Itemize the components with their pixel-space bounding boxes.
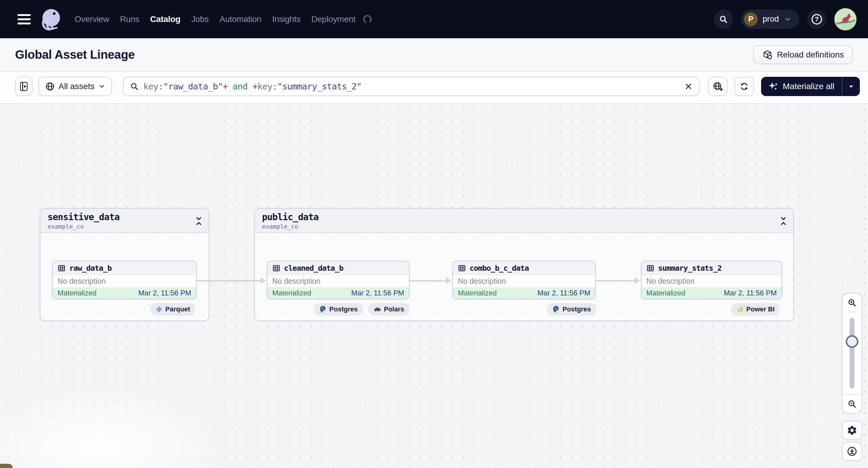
nav-item-jobs[interactable]: Jobs	[191, 14, 209, 24]
table-icon	[458, 264, 466, 272]
asset-status: Materialized	[58, 289, 96, 297]
kind-tag-label: Polars	[384, 305, 404, 313]
canvas-glow	[0, 384, 235, 468]
minimap-corner	[0, 464, 13, 468]
asset-node-summary-stats-2[interactable]: summary_stats_2 No description Materiali…	[641, 261, 782, 299]
table-icon	[646, 264, 654, 272]
asset-materialized-time: Mar 2, 11:56 PM	[138, 289, 191, 297]
group-header[interactable]: public_data example_co	[255, 209, 793, 233]
sparkle-icon	[768, 81, 779, 92]
reload-definitions-button[interactable]: Reload definitions	[753, 45, 853, 64]
asset-status: Materialized	[646, 289, 685, 297]
group-title: public_data	[262, 212, 786, 222]
nav-item-automation[interactable]: Automation	[220, 14, 261, 24]
asset-description: No description	[53, 275, 196, 287]
user-avatar[interactable]	[834, 8, 857, 30]
refresh-icon	[739, 81, 749, 92]
collapse-group-icon[interactable]	[779, 216, 788, 226]
group-header[interactable]: sensitive_data example_co	[40, 209, 209, 233]
dagster-logo[interactable]	[38, 7, 63, 32]
download-image-button[interactable]	[842, 442, 862, 461]
asset-status: Materialized	[458, 289, 497, 297]
environment-switcher[interactable]: P prod	[741, 10, 799, 29]
top-navbar: Overview Runs Catalog Jobs Automation In…	[0, 0, 868, 38]
query-token: "raw_data_b"	[163, 81, 223, 92]
nav-item-catalog[interactable]: Catalog	[150, 14, 180, 24]
asset-description: No description	[453, 275, 595, 287]
query-token: +	[252, 81, 257, 92]
query-token: +	[223, 81, 227, 92]
page-title: Global Asset Lineage	[15, 48, 135, 61]
lineage-canvas[interactable]: sensitive_data example_co public_data ex…	[0, 104, 868, 468]
kind-tag-powerbi[interactable]: Power BI	[731, 303, 780, 316]
refresh-graph-button[interactable]	[735, 77, 754, 96]
help-button[interactable]: ?	[807, 10, 827, 29]
materialize-options-button[interactable]	[842, 83, 860, 90]
open-sidebar-button[interactable]	[15, 77, 33, 96]
chevron-down-icon	[98, 83, 105, 90]
query-token: key:	[143, 81, 163, 92]
asset-scope-dropdown[interactable]: All assets	[38, 77, 112, 96]
navbar-right-cluster: P prod ?	[714, 8, 857, 30]
magnifier-icon	[129, 82, 139, 91]
nav-item-overview[interactable]: Overview	[75, 14, 109, 24]
caret-down-icon	[847, 83, 855, 90]
asset-materialized-time: Mar 2, 11:56 PM	[537, 289, 590, 297]
lineage-search-input[interactable]: key:"raw_data_b"+ and +key:"summary_stat…	[123, 77, 700, 96]
view-full-graph-button[interactable]	[708, 77, 727, 96]
zoom-slider-thumb[interactable]	[846, 335, 858, 348]
asset-name: raw_data_b	[69, 264, 112, 273]
environment-label: prod	[763, 14, 779, 24]
zoom-in-button[interactable]	[842, 293, 862, 312]
svg-text:?: ?	[815, 15, 818, 23]
gear-icon	[847, 425, 858, 436]
zoom-in-icon	[847, 298, 857, 308]
asset-node-combo-b-c-data[interactable]: combo_b_c_data No description Materializ…	[453, 261, 596, 299]
kind-tag-postgres[interactable]: Postgres	[547, 303, 596, 316]
materialize-all-button[interactable]: Materialize all	[761, 81, 842, 92]
collapse-group-icon[interactable]	[194, 216, 203, 226]
zoom-slider-track[interactable]	[849, 318, 855, 388]
hamburger-menu-icon[interactable]	[18, 14, 31, 24]
asset-materialized-time: Mar 2, 11:56 PM	[724, 289, 777, 297]
graph-settings-button[interactable]	[842, 421, 862, 440]
nav-item-deployment[interactable]: Deployment	[311, 14, 355, 24]
asset-node-raw-data-b[interactable]: raw_data_b No description Materialized M…	[52, 261, 197, 299]
group-location: example_co	[262, 223, 786, 230]
chevron-down-icon	[784, 15, 792, 23]
kind-tag-postgres[interactable]: Postgres	[313, 303, 363, 316]
kind-tag-polars[interactable]: Polars	[368, 303, 410, 316]
download-icon	[847, 446, 858, 457]
query-token: and	[228, 81, 252, 92]
asset-description: No description	[268, 275, 409, 287]
asset-materialized-time: Mar 2, 11:56 PM	[351, 289, 404, 297]
zoom-out-icon	[847, 399, 857, 409]
zoom-slider[interactable]	[842, 312, 862, 394]
kind-tag-label: Power BI	[746, 305, 775, 313]
nav-item-runs[interactable]: Runs	[120, 14, 139, 24]
tag-row-raw-data-b: Parquet	[150, 303, 195, 316]
asset-status: Materialized	[272, 289, 311, 297]
postgres-icon	[319, 305, 327, 313]
kind-tag-label: Parquet	[165, 305, 190, 313]
query-token: "summary_stats_2"	[277, 81, 362, 92]
edge-cleaned-to-combo	[410, 280, 446, 282]
clear-search-button[interactable]	[684, 82, 693, 91]
search-icon	[718, 14, 728, 24]
asset-name: cleaned_data_b	[284, 264, 343, 273]
lineage-toolbar: All assets key:"raw_data_b"+ and +key:"s…	[0, 72, 868, 104]
table-icon	[58, 264, 66, 272]
asset-node-cleaned-data-b[interactable]: cleaned_data_b No description Materializ…	[267, 261, 410, 299]
panel-expand-icon	[19, 81, 28, 92]
dagster-app: Overview Runs Catalog Jobs Automation In…	[0, 0, 868, 468]
powerbi-icon	[736, 306, 744, 313]
global-search-button[interactable]	[714, 10, 733, 29]
tag-row-summary-stats-2: Power BI	[731, 303, 780, 316]
kind-tag-parquet[interactable]: Parquet	[150, 303, 195, 316]
asset-name: combo_b_c_data	[469, 264, 529, 273]
help-icon: ?	[810, 13, 823, 26]
zoom-out-button[interactable]	[842, 394, 862, 413]
nav-item-insights[interactable]: Insights	[272, 14, 301, 24]
query-token: key:	[257, 81, 277, 92]
asset-scope-label: All assets	[58, 82, 95, 91]
